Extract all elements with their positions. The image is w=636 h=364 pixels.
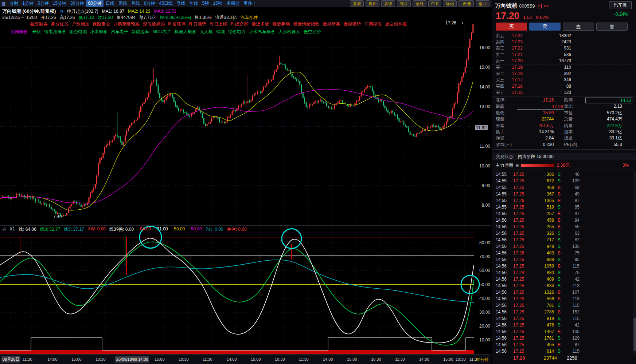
- stat-value: 14.31%: [517, 129, 564, 135]
- period-tab[interactable]: 1分钟: [20, 0, 35, 7]
- hot-tag[interactable]: 最近异动: [272, 21, 290, 27]
- bid-row[interactable]: 买三 17.17 346: [492, 77, 636, 83]
- toolbar-button[interactable]: 多股: [381, 0, 395, 7]
- ohlc-value: 高17.26: [59, 15, 75, 21]
- hot-tag[interactable]: 并购重组预案: [113, 21, 140, 27]
- tick-price: 17.25: [513, 315, 534, 322]
- ask-row[interactable]: 卖五 17.24 18302: [492, 33, 636, 39]
- hot-tag[interactable]: 近期强势: [343, 21, 361, 27]
- hot-tag[interactable]: 最近多板: [251, 21, 269, 27]
- hot-tag[interactable]: 深股通标的: [143, 21, 165, 27]
- time-label: 15:00: [71, 357, 82, 361]
- ask-row[interactable]: 卖二 17.21 536: [492, 52, 636, 58]
- hot-tag[interactable]: 昨成交20: [230, 21, 248, 27]
- toolbar-button[interactable]: 画线: [413, 0, 426, 7]
- period-tab[interactable]: 季线: [175, 0, 187, 7]
- hot-tag[interactable]: 昨日强势: [189, 21, 206, 27]
- period-tab[interactable]: 月线: [129, 0, 142, 7]
- stat-label: 股本: [564, 129, 585, 135]
- toolbar-button[interactable]: 统计: [397, 0, 411, 7]
- concept-tag[interactable]: 机器人概念: [175, 29, 196, 35]
- tick-row: 14:56 17.25 1326 B 107: [492, 289, 636, 296]
- hot-tag[interactable]: 近期新高: [323, 21, 340, 27]
- bid-row[interactable]: 买四 17.16 88: [492, 83, 636, 90]
- period-tab[interactable]: 15分钟: [51, 0, 68, 7]
- period-tab[interactable]: 30分钟: [69, 0, 86, 7]
- period-tab[interactable]: 5分钟: [36, 0, 51, 7]
- layout-grid-icon[interactable]: ▦: [1, 1, 5, 6]
- tick-side: B: [554, 217, 564, 223]
- period-tab[interactable]: 日线: [104, 0, 116, 7]
- trade-button[interactable]: 卖: [529, 23, 561, 31]
- concept-tag[interactable]: 锂电池概念: [44, 29, 66, 35]
- period-tab[interactable]: 年线: [188, 0, 200, 7]
- toolbar-button[interactable]: 标记: [443, 0, 457, 7]
- period-tab[interactable]: 5秒: [200, 0, 211, 7]
- period-tab[interactable]: 周线: [117, 0, 129, 7]
- ask-row[interactable]: 卖三 17.22 931: [492, 45, 636, 51]
- price-tick: 9.00: [482, 183, 490, 188]
- period-tab[interactable]: 45日线: [157, 0, 174, 7]
- tick-time: 14:56: [496, 230, 513, 237]
- period-tab[interactable]: 6分钟: [142, 0, 157, 7]
- trade-button[interactable]: 警: [596, 23, 628, 31]
- concept-tag[interactable]: 固态电池: [69, 29, 87, 35]
- tick-time: 14:56: [496, 256, 513, 263]
- indicator-tick: 70.00: [479, 254, 490, 259]
- bid-row[interactable]: 买二 17.18 392: [492, 71, 636, 77]
- stat-label: 最低: [496, 110, 517, 116]
- stat-value: 55.3: [585, 142, 633, 148]
- hot-tag[interactable]: 高分红股: [51, 21, 69, 27]
- trade-button[interactable]: 查: [563, 23, 594, 31]
- stock-code: 000559: [519, 3, 535, 9]
- concept-tag[interactable]: MCU芯片: [152, 29, 171, 35]
- tick-list[interactable]: 14:55 17.25 386 S 46 14:55 17.25 672 S 1…: [492, 171, 636, 355]
- toolbar-button[interactable]: F10: [428, 0, 441, 7]
- window-icon[interactable]: ▣: [515, 162, 519, 169]
- concept-tag[interactable]: 新能源车: [132, 29, 149, 35]
- toolbar-button[interactable]: 复权: [350, 0, 364, 7]
- bid-row[interactable]: 买五 17.15 123: [492, 90, 636, 96]
- concept-tag[interactable]: 无人机: [200, 29, 213, 35]
- period-tab[interactable]: 更多 〉: [242, 0, 260, 7]
- indicator-collapse-icon[interactable]: ◎: [2, 226, 6, 233]
- hot-tag[interactable]: 昨日上榜: [210, 21, 227, 27]
- hot-tags-row: 融资融券高分红股户数增加保险重仓并购重组预案深股通标的昨曾涨停昨日强势昨日上榜昨…: [30, 21, 407, 27]
- hot-tag[interactable]: 昨曾涨停: [168, 21, 186, 27]
- concept-tag[interactable]: 绿色电力: [228, 29, 246, 35]
- toolbar-button[interactable]: 返回: [476, 0, 489, 7]
- time-label: 11:30: [299, 357, 309, 361]
- period-tab[interactable]: 15秒: [211, 0, 224, 7]
- main-candle-chart[interactable]: [0, 17, 491, 226]
- tick-time: 14:55: [496, 191, 513, 197]
- scrollbar-thumb[interactable]: [633, 318, 636, 351]
- sector-button[interactable]: 汽车类: [609, 1, 632, 9]
- period-tab[interactable]: 分时: [8, 0, 20, 7]
- bid-row[interactable]: 买一 17.19 110: [492, 64, 636, 71]
- toolbar-button[interactable]: 叠加: [366, 0, 379, 7]
- concept-tag[interactable]: 汽车电子: [111, 29, 128, 35]
- trade-button[interactable]: 买: [496, 23, 527, 31]
- hot-tag[interactable]: 融资融券: [30, 21, 48, 27]
- period-tab[interactable]: 60分钟: [86, 0, 103, 7]
- time-label: 08月20日: [1, 356, 20, 363]
- hot-tag[interactable]: 保险重仓: [93, 21, 110, 27]
- hot-tag[interactable]: 最近情绪指数: [293, 21, 319, 27]
- concept-tag[interactable]: 低空经济: [304, 29, 321, 35]
- concept-tag[interactable]: 小米概念: [90, 29, 108, 35]
- tick-scrollbar[interactable]: [633, 171, 636, 355]
- hot-tag[interactable]: 通达信热股: [385, 21, 407, 27]
- concept-tag[interactable]: 人形机器人: [278, 29, 300, 35]
- tick-side: S: [554, 348, 564, 355]
- concept-tag[interactable]: 小米汽车概念: [249, 29, 275, 35]
- ask-row[interactable]: 卖一 17.20 16779: [492, 58, 636, 64]
- concept-tag[interactable]: 光伏: [32, 29, 41, 35]
- concept-tag[interactable]: 储能: [216, 29, 225, 35]
- tick-side: B: [554, 191, 564, 197]
- toolbar-button[interactable]: -自选: [459, 0, 474, 7]
- hot-tag[interactable]: 非周期股: [364, 21, 382, 27]
- period-tab[interactable]: 多周期: [225, 0, 241, 7]
- indicator-chart[interactable]: [0, 226, 491, 354]
- ask-row[interactable]: 卖四 17.23 2423: [492, 39, 636, 45]
- hot-tag[interactable]: 户数增加: [72, 21, 89, 27]
